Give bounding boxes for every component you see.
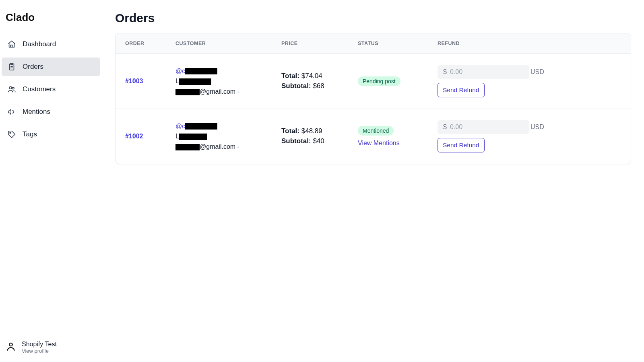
profile-subtitle: View profile xyxy=(22,348,57,354)
sidebar: Clado Dashboard Orders Customers xyxy=(0,0,102,362)
col-header-refund: REFUND xyxy=(438,41,621,46)
redacted-text xyxy=(179,134,207,140)
col-header-price: PRICE xyxy=(281,41,358,46)
status-badge: Mentioned xyxy=(358,126,394,136)
currency-code: USD xyxy=(530,123,544,131)
customer-handle[interactable]: @c xyxy=(175,123,185,130)
sidebar-item-tags[interactable]: Tags xyxy=(2,125,100,144)
svg-point-2 xyxy=(9,86,12,89)
dollar-icon: $ xyxy=(443,123,447,131)
refund-cell: $ USD Send Refund xyxy=(438,65,621,97)
send-refund-button[interactable]: Send Refund xyxy=(438,138,485,152)
user-icon xyxy=(6,341,16,354)
subtotal-value: $40 xyxy=(313,137,324,145)
status-cell: Pending post xyxy=(358,76,438,86)
status-cell: Mentioned View Mentions xyxy=(358,126,438,147)
refund-input-wrap[interactable]: $ USD xyxy=(438,120,529,134)
total-label: Total: xyxy=(281,72,299,80)
price-cell: Total: $74.04 Subtotal: $68 xyxy=(281,71,358,91)
currency-code: USD xyxy=(530,68,544,76)
redacted-text xyxy=(175,89,200,95)
page-title: Orders xyxy=(115,11,631,25)
refund-input-wrap[interactable]: $ USD xyxy=(438,65,529,79)
total-value: $74.04 xyxy=(301,72,322,80)
clipboard-icon xyxy=(7,62,16,71)
profile-name: Shopify Test xyxy=(22,341,57,348)
order-id-link[interactable]: #1003 xyxy=(125,78,143,84)
main-content: Orders ORDER CUSTOMER PRICE STATUS REFUN… xyxy=(102,0,644,362)
sidebar-item-orders[interactable]: Orders xyxy=(2,58,100,76)
customer-name-prefix: L xyxy=(175,78,179,84)
customer-name-prefix: L xyxy=(175,133,179,140)
subtotal-label: Subtotal: xyxy=(281,137,311,145)
users-icon xyxy=(7,85,16,94)
customer-handle[interactable]: @c xyxy=(175,68,185,74)
total-label: Total: xyxy=(281,127,299,135)
svg-point-4 xyxy=(10,132,11,134)
refund-amount-input[interactable] xyxy=(450,68,530,76)
table-row: #1002 @c L @gmail.com - Total: $48.89 Su… xyxy=(116,109,631,164)
subtotal-value: $68 xyxy=(313,82,324,90)
total-value: $48.89 xyxy=(301,127,322,135)
col-header-order: ORDER xyxy=(125,41,175,46)
dollar-icon: $ xyxy=(443,68,447,76)
redacted-text xyxy=(185,123,217,130)
megaphone-icon xyxy=(7,107,16,116)
order-id-link[interactable]: #1002 xyxy=(125,133,143,140)
refund-cell: $ USD Send Refund xyxy=(438,120,621,152)
sidebar-item-label: Tags xyxy=(23,130,37,138)
sidebar-item-label: Mentions xyxy=(23,108,50,116)
sidebar-item-mentions[interactable]: Mentions xyxy=(2,103,100,121)
customer-cell: @c L @gmail.com - xyxy=(175,66,281,97)
sidebar-item-dashboard[interactable]: Dashboard xyxy=(2,35,100,53)
sidebar-item-customers[interactable]: Customers xyxy=(2,80,100,99)
price-cell: Total: $48.89 Subtotal: $40 xyxy=(281,126,358,146)
sidebar-item-label: Dashboard xyxy=(23,40,56,48)
send-refund-button[interactable]: Send Refund xyxy=(438,83,485,97)
orders-table: ORDER CUSTOMER PRICE STATUS REFUND #1003… xyxy=(115,33,631,164)
redacted-text xyxy=(179,78,211,85)
sidebar-nav: Dashboard Orders Customers Mentions xyxy=(0,33,102,149)
profile-block[interactable]: Shopify Test View profile xyxy=(0,334,102,362)
svg-point-5 xyxy=(9,343,12,346)
status-badge: Pending post xyxy=(358,76,400,86)
subtotal-label: Subtotal: xyxy=(281,82,311,90)
col-header-status: STATUS xyxy=(358,41,438,46)
customer-email-suffix: @gmail.com - xyxy=(200,143,239,150)
redacted-text xyxy=(185,68,217,74)
col-header-customer: CUSTOMER xyxy=(175,41,281,46)
sidebar-item-label: Customers xyxy=(23,85,56,93)
table-row: #1003 @c L @gmail.com - Total: $74.04 Su… xyxy=(116,54,631,109)
table-header: ORDER CUSTOMER PRICE STATUS REFUND xyxy=(116,33,631,54)
home-icon xyxy=(7,40,16,49)
svg-point-3 xyxy=(12,87,14,89)
customer-email-suffix: @gmail.com - xyxy=(200,88,239,95)
tag-icon xyxy=(7,130,16,139)
brand-title: Clado xyxy=(0,0,102,33)
sidebar-item-label: Orders xyxy=(23,63,43,71)
view-mentions-link[interactable]: View Mentions xyxy=(358,140,438,147)
customer-cell: @c L @gmail.com - xyxy=(175,121,281,152)
redacted-text xyxy=(175,144,200,150)
refund-amount-input[interactable] xyxy=(450,123,530,131)
